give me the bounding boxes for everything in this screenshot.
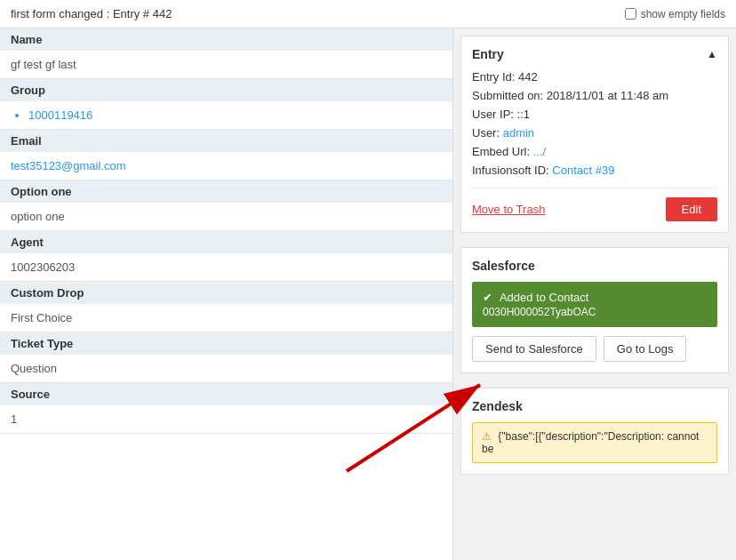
zendesk-error-text: {"base":[{"description":"Description: ca…: [482, 430, 699, 455]
field-label: Ticket Type: [0, 332, 452, 355]
show-empty-fields-checkbox[interactable]: [625, 8, 636, 20]
submitted-on-row: Submitted on: 2018/11/01 at 11:48 am: [472, 89, 717, 102]
user-row: User: admin: [472, 126, 717, 140]
field-value: 1000119416: [0, 101, 452, 129]
collapse-arrow-icon[interactable]: ▲: [707, 48, 717, 60]
field-label: Custom Drop: [0, 282, 452, 304]
entry-card: Entry ▲ Entry Id: 442 Submitted on: 2018…: [460, 36, 729, 233]
user-link[interactable]: admin: [503, 126, 534, 140]
infusionsoft-link[interactable]: Contact #39: [552, 164, 614, 177]
page-title: first form changed : Entry # 442: [11, 7, 172, 20]
field-value: Question: [0, 355, 452, 382]
left-panel: Namegf test gf lastGroup1000119416Emailt…: [0, 28, 453, 560]
show-empty-fields-text: show empty fields: [641, 8, 725, 20]
checkmark-icon: ✔: [483, 291, 492, 304]
zendesk-card-title: Zendesk: [472, 399, 717, 413]
infusionsoft-row: Infusionsoft ID: Contact #39: [472, 164, 717, 177]
added-to-contact-banner: ✔ Added to Contact 0030H000052TyabOAC: [472, 282, 717, 327]
added-to-contact-text: Added to Contact: [500, 291, 588, 304]
field-section: Namegf test gf last: [0, 28, 452, 79]
field-value: gf test gf last: [0, 51, 452, 78]
salesforce-actions: Send to Salesforce Go to Logs: [472, 336, 717, 362]
field-value: option one: [0, 203, 452, 230]
embed-url-row: Embed Url: .../: [472, 145, 717, 158]
field-section: Source1: [0, 383, 452, 434]
field-section: Custom DropFirst Choice: [0, 282, 452, 332]
zendesk-error-banner: ⚠ {"base":[{"description":"Description: …: [472, 422, 717, 463]
salesforce-card-title: Salesforce: [472, 259, 717, 273]
infusionsoft-label: Infusionsoft ID:: [472, 164, 549, 177]
user-ip-row: User IP: ::1: [472, 108, 717, 121]
field-value: 1: [0, 405, 452, 433]
field-section: Group1000119416: [0, 79, 452, 130]
field-label: Email: [0, 130, 452, 152]
contact-id-link[interactable]: 0030H000052TyabOAC: [483, 306, 707, 318]
field-label: Option one: [0, 180, 452, 203]
embed-url-link[interactable]: .../: [533, 145, 546, 158]
field-value: First Choice: [0, 304, 452, 332]
go-to-logs-button[interactable]: Go to Logs: [604, 336, 687, 362]
embed-url-label: Embed Url:: [472, 145, 530, 158]
edit-button[interactable]: Edit: [666, 197, 717, 221]
field-section: Agent1002306203: [0, 231, 452, 282]
user-label: User:: [472, 126, 500, 140]
salesforce-card: Salesforce ✔ Added to Contact 0030H00005…: [460, 247, 729, 373]
entry-id-row: Entry Id: 442: [472, 70, 717, 84]
entry-card-title: Entry: [472, 47, 504, 61]
right-panel: Entry ▲ Entry Id: 442 Submitted on: 2018…: [453, 28, 736, 560]
field-label: Source: [0, 383, 452, 405]
fields-container: Namegf test gf lastGroup1000119416Emailt…: [0, 28, 452, 434]
field-label: Agent: [0, 231, 452, 253]
send-to-salesforce-button[interactable]: Send to Salesforce: [472, 336, 596, 362]
warning-icon: ⚠: [482, 430, 492, 443]
top-bar: first form changed : Entry # 442 show em…: [0, 0, 736, 28]
entry-card-header: Entry ▲: [472, 47, 717, 61]
show-empty-fields-label[interactable]: show empty fields: [625, 8, 725, 20]
field-value: test35123@gmail.com: [0, 152, 452, 180]
field-section: Option oneoption one: [0, 180, 452, 231]
move-to-trash-button[interactable]: Move to Trash: [472, 203, 545, 216]
field-value: 1002306203: [0, 253, 452, 281]
main-container: Namegf test gf lastGroup1000119416Emailt…: [0, 28, 736, 560]
entry-actions: Move to Trash Edit: [472, 188, 717, 221]
zendesk-card: Zendesk ⚠ {"base":[{"description":"Descr…: [460, 388, 729, 475]
field-section: Ticket TypeQuestion: [0, 332, 452, 383]
field-label: Group: [0, 79, 452, 101]
field-label: Name: [0, 28, 452, 51]
field-section: Emailtest35123@gmail.com: [0, 130, 452, 180]
